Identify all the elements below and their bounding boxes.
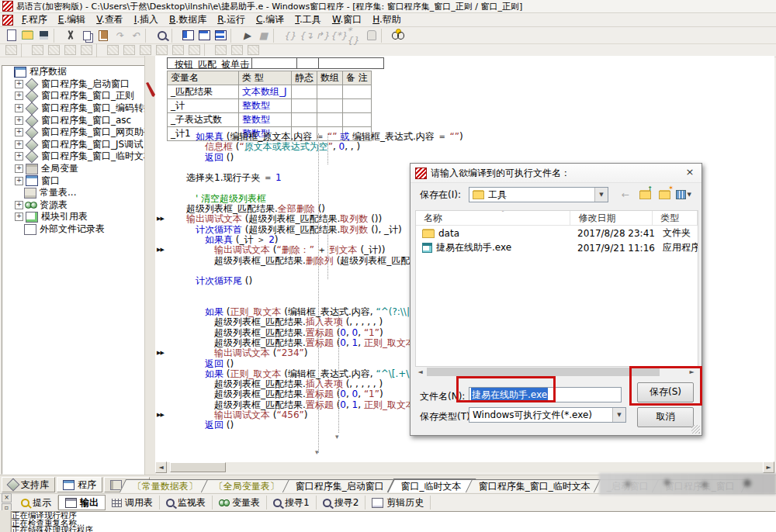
output-tab-变量表[interactable]: 变量表: [213, 496, 267, 510]
align-tool-button-13[interactable]: [245, 43, 262, 57]
undo-button[interactable]: ↶: [127, 29, 144, 43]
new-file-button[interactable]: [3, 29, 19, 43]
menu-item-6[interactable]: C.编译: [251, 12, 289, 27]
tree-item-程序数据[interactable]: 程序数据: [2, 66, 145, 78]
filetype-combobox[interactable]: Windows可执行文件(*.exe) ▼: [469, 407, 626, 423]
align-tool-button-6[interactable]: [121, 43, 137, 57]
run-button[interactable]: ▶: [239, 29, 255, 43]
menu-item-1[interactable]: E.编辑: [53, 12, 91, 27]
save-file-button[interactable]: [36, 29, 52, 43]
breakpoint-marker-icon[interactable]: ▶▶: [157, 410, 164, 420]
up-one-level-button[interactable]: ↑: [637, 188, 653, 202]
var-table-row[interactable]: _子表达式数整数型: [168, 113, 372, 127]
tree-item-窗口[interactable]: +窗口: [2, 174, 145, 187]
redo-button[interactable]: ↷: [111, 29, 127, 43]
debug-breakpoint-button[interactable]: *{}: [347, 29, 363, 43]
align-tool-button-2[interactable]: [46, 43, 62, 57]
code-line[interactable]: 返回 (): [155, 153, 774, 163]
file-list[interactable]: ˆ 名称修改日期类型 data2017/8/28 23:41文件夹捷易在线助手.…: [415, 210, 698, 367]
tree-expand-icon[interactable]: +: [15, 177, 23, 185]
event-param-cell[interactable]: [252, 57, 297, 69]
output-tab-调用表[interactable]: 调用表: [106, 496, 160, 510]
menu-item-9[interactable]: H.帮助: [367, 12, 407, 27]
var-table-row[interactable]: _计整数型: [168, 99, 372, 113]
var-type-cell[interactable]: 文本数组_J: [239, 85, 292, 99]
align-tool-button-0[interactable]: [3, 43, 19, 57]
align-tool-button-5[interactable]: [105, 43, 121, 57]
var-empty-cell[interactable]: [317, 113, 343, 127]
tree-expand-icon[interactable]: +: [15, 140, 23, 149]
output-tab-搜寻2[interactable]: 搜寻2: [317, 496, 366, 510]
event-param-cell[interactable]: [297, 57, 319, 69]
window-horizontal-button[interactable]: [196, 29, 213, 43]
breakpoint-marker-icon[interactable]: ▶▶: [157, 214, 164, 224]
output-tab-监视表[interactable]: 监视表: [160, 496, 213, 510]
mdi-child-icon[interactable]: [2, 15, 13, 26]
tree-expand-icon[interactable]: +: [15, 128, 23, 136]
var-type-cell[interactable]: 整数型: [239, 113, 292, 127]
chevron-down-icon[interactable]: ▼: [612, 408, 625, 422]
output-tab-搜寻1[interactable]: 搜寻1: [267, 496, 317, 510]
tree-item-窗口程序集_窗口_JS调试[interactable]: +窗口程序集_窗口_JS调试: [2, 139, 145, 151]
scroll-left-icon[interactable]: ◄: [415, 367, 425, 377]
tree-expand-icon[interactable]: +: [15, 201, 23, 209]
window-vertical-button[interactable]: [180, 29, 196, 43]
pause-hand-button[interactable]: [363, 29, 379, 43]
debug-step-over-button[interactable]: {}: [282, 29, 298, 43]
file-row-data[interactable]: data2017/8/28 23:41文件夹: [416, 226, 698, 240]
editor-tab-〔常量数据表〕[interactable]: 〔常量数据表〕: [120, 479, 211, 492]
editor-tab-窗口程序集_启动窗口[interactable]: 窗口程序集_启动窗口: [282, 479, 397, 492]
align-tool-button-4[interactable]: [78, 43, 95, 57]
event-param-cell[interactable]: [319, 57, 384, 69]
tree-expand-icon[interactable]: +: [15, 80, 23, 88]
code-line[interactable]: 如果真 (编辑框_原文本.内容 ＝ “” 或 编辑框_表达式.内容 ＝ “”): [155, 132, 774, 142]
panel-tab-程序[interactable]: 程序: [57, 477, 102, 492]
var-empty-cell[interactable]: [292, 85, 317, 99]
var-type-cell[interactable]: 整数型: [239, 99, 292, 113]
var-empty-cell[interactable]: [343, 113, 372, 127]
column-header-修改日期[interactable]: 修改日期: [570, 211, 653, 225]
menu-item-7[interactable]: T.工具: [289, 12, 327, 27]
tree-expand-icon[interactable]: +: [15, 152, 23, 161]
align-tool-button-10[interactable]: [186, 43, 203, 57]
event-name-cell[interactable]: _按钮_匹配_被单击: [167, 57, 252, 69]
event-sub-row[interactable]: _按钮_匹配_被单击: [167, 57, 384, 69]
tree-item-窗口程序集_窗口_正则[interactable]: +窗口程序集_窗口_正则: [2, 90, 145, 102]
cancel-button[interactable]: 取消: [637, 407, 694, 427]
var-table-row[interactable]: _匹配结果文本数组_J: [168, 85, 372, 99]
tree-item-窗口程序集_窗口_网页助手[interactable]: +窗口程序集_窗口_网页助手: [2, 126, 145, 139]
align-tool-button-3[interactable]: [62, 43, 78, 57]
column-header-名称[interactable]: 名称: [416, 211, 570, 225]
search-binoculars-button[interactable]: [390, 29, 406, 43]
scroll-left-button[interactable]: ◄: [155, 461, 167, 473]
panel-tab-支持库[interactable]: 支持库: [2, 477, 55, 492]
var-name-cell[interactable]: _计: [168, 99, 239, 113]
tree-expand-icon[interactable]: +: [15, 164, 23, 173]
align-tool-button-12[interactable]: [229, 43, 245, 57]
var-empty-cell[interactable]: [343, 99, 372, 113]
output-tab-剪辑历史[interactable]: 剪辑历史: [365, 496, 431, 510]
editor-tab-窗口_临时文本[interactable]: 窗口_临时文本: [387, 478, 476, 492]
paste-button[interactable]: [95, 29, 111, 43]
tree-expand-icon[interactable]: +: [15, 92, 23, 100]
copy-button[interactable]: [78, 29, 95, 43]
window-grid-button[interactable]: [213, 29, 229, 43]
tree-expand-icon[interactable]: +: [15, 116, 23, 125]
align-tool-button-11[interactable]: [213, 43, 229, 57]
var-name-cell[interactable]: _匹配结果: [168, 85, 239, 99]
tree-item-模块引用表[interactable]: +模块引用表: [2, 211, 145, 223]
file-row-捷易在线助手.exe[interactable]: 捷易在线助手.exe2017/9/21 11:16应用程序: [416, 240, 698, 255]
back-button[interactable]: ←: [618, 188, 633, 202]
menu-item-4[interactable]: B.数据库: [164, 12, 212, 27]
tree-item-窗口程序集_启动窗口[interactable]: +窗口程序集_启动窗口: [2, 78, 145, 91]
tree-expand-icon[interactable]: +: [15, 212, 23, 221]
tree-item-全局变量[interactable]: +全局变量: [2, 163, 145, 175]
code-line[interactable]: 信息框 (“原文本或表达式为空”, 0, , ): [155, 142, 774, 152]
open-file-button[interactable]: [19, 29, 36, 43]
dialog-close-button[interactable]: ×: [683, 166, 697, 178]
chevron-down-icon[interactable]: ▼: [594, 188, 608, 202]
new-folder-button[interactable]: ✶: [656, 188, 672, 202]
editor-tab-〔全局变量表〕[interactable]: 〔全局变量表〕: [201, 479, 293, 492]
debug-step-out-button[interactable]: ↱}: [314, 29, 331, 43]
var-empty-cell[interactable]: [317, 85, 343, 99]
